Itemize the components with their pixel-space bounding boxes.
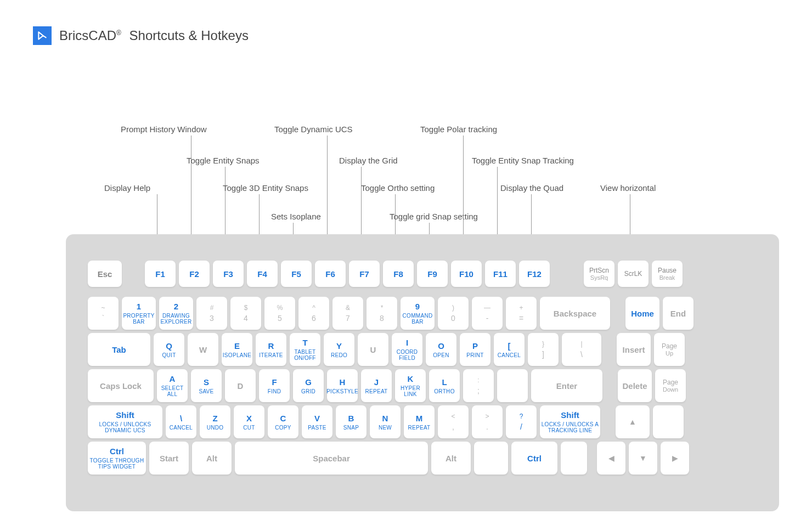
key-k3[interactable]: #3 xyxy=(196,297,227,330)
key-e[interactable]: EISOPLANE xyxy=(222,333,252,366)
key-s[interactable]: SSAVE xyxy=(191,369,222,402)
key-f[interactable]: FFIND xyxy=(259,369,290,402)
key-c[interactable]: CCOPY xyxy=(268,405,298,438)
key-rbracket[interactable]: }] xyxy=(528,333,559,366)
key-lctrl[interactable]: CtrlTOGGLE THROUGH TIPS WIDGET xyxy=(88,442,146,475)
callouts-layer: Display Help Prompt History Window Toggl… xyxy=(33,56,779,234)
callout-f2: Prompt History Window xyxy=(121,125,207,134)
key-f12[interactable]: F12 xyxy=(519,261,550,287)
key-semicolon[interactable]: :; xyxy=(463,369,494,402)
key-l[interactable]: LORTHO xyxy=(429,369,460,402)
key-u[interactable]: U xyxy=(358,333,388,366)
key-r[interactable]: RITERATE xyxy=(256,333,286,366)
key-blank1 xyxy=(653,405,684,438)
key-comma[interactable]: <, xyxy=(438,405,469,438)
key-f8[interactable]: F8 xyxy=(383,261,414,287)
key-o[interactable]: OOPEN xyxy=(426,333,456,366)
arrow-icon: ▼ xyxy=(639,454,647,462)
key-g[interactable]: GGRID xyxy=(293,369,324,402)
key-delete[interactable]: Delete xyxy=(618,369,652,402)
key-f3[interactable]: F3 xyxy=(213,261,244,287)
key-insert[interactable]: Insert xyxy=(617,333,651,366)
key-backslash[interactable]: |\ xyxy=(562,333,601,366)
key-w[interactable]: W xyxy=(188,333,218,366)
key-k[interactable]: KHYPER LINK xyxy=(395,369,426,402)
key-t[interactable]: TTABLET ON/OFF xyxy=(290,333,320,366)
key-v[interactable]: VPASTE xyxy=(302,405,332,438)
key-d[interactable]: D xyxy=(225,369,256,402)
key-f6[interactable]: F6 xyxy=(315,261,346,287)
key-f2[interactable]: F2 xyxy=(179,261,210,287)
key-pgup[interactable]: PageUp xyxy=(654,333,685,366)
key-menu[interactable] xyxy=(474,442,508,475)
key-ralt[interactable]: Alt xyxy=(431,442,471,475)
key-k5[interactable]: %5 xyxy=(264,297,295,330)
key-k6[interactable]: ^6 xyxy=(298,297,329,330)
callout-f7: Display the Grid xyxy=(339,156,398,165)
key-pgdn[interactable]: PageDown xyxy=(655,369,686,402)
key-j[interactable]: JREPEAT xyxy=(361,369,392,402)
brand-name: BricsCAD xyxy=(59,28,116,43)
key-down[interactable]: ▼ xyxy=(629,442,657,475)
key-z[interactable]: ZUNDO xyxy=(200,405,230,438)
key-i[interactable]: ICOORD FIELD xyxy=(392,333,422,366)
key-k8[interactable]: *8 xyxy=(366,297,397,330)
key-lshift[interactable]: ShiftLOCKS / UNLOCKS DYNAMIC UCS xyxy=(88,405,162,438)
key-left[interactable]: ◀ xyxy=(597,442,625,475)
key-f5[interactable]: F5 xyxy=(281,261,312,287)
key-y[interactable]: YREDO xyxy=(324,333,354,366)
key-f10[interactable]: F10 xyxy=(451,261,482,287)
key-space[interactable]: Spacebar xyxy=(235,442,428,475)
key-enter[interactable]: Enter xyxy=(531,369,602,402)
key-m[interactable]: MREPEAT xyxy=(404,405,435,438)
key-slash[interactable]: ?/ xyxy=(506,405,537,438)
key-blank2 xyxy=(561,442,587,475)
key-tab[interactable]: Tab xyxy=(88,333,150,366)
key-tilde[interactable]: ~` xyxy=(88,297,119,330)
key-k4[interactable]: $4 xyxy=(230,297,261,330)
key-lalt[interactable]: Alt xyxy=(192,442,232,475)
key-minus[interactable]: —- xyxy=(472,297,503,330)
key-lbracket[interactable]: [CANCEL xyxy=(494,333,525,366)
callout-f3: Toggle Entity Snaps xyxy=(187,156,260,165)
key-f1[interactable]: F1 xyxy=(145,261,176,287)
key-end[interactable]: End xyxy=(663,297,693,330)
key-f7[interactable]: F7 xyxy=(349,261,380,287)
key-right[interactable]: ▶ xyxy=(661,442,689,475)
key-k1[interactable]: 1PROPERTY BAR xyxy=(122,297,156,330)
key-f11[interactable]: F11 xyxy=(485,261,516,287)
key-k9[interactable]: 9COMMAND BAR xyxy=(401,297,435,330)
key-q[interactable]: QQUIT xyxy=(154,333,184,366)
key-h[interactable]: HPICKSTYLE xyxy=(327,369,358,402)
key-k7[interactable]: &7 xyxy=(332,297,363,330)
callout-f4: Toggle 3D Entity Snaps xyxy=(223,183,308,193)
callout-f12: Display the Quad xyxy=(500,183,563,193)
key-esc[interactable]: Esc xyxy=(88,261,122,287)
key-equals[interactable]: += xyxy=(506,297,537,330)
key-prtscn[interactable]: PrtScnSysRq xyxy=(584,261,614,287)
key-pause[interactable]: PauseBreak xyxy=(652,261,683,287)
key-home[interactable]: Home xyxy=(625,297,659,330)
key-backspace[interactable]: Backspace xyxy=(540,297,610,330)
callout-f10: Toggle Polar tracking xyxy=(420,125,497,134)
key-rctrl[interactable]: Ctrl xyxy=(511,442,557,475)
key-rshift[interactable]: ShiftLOCKS / UNLOCKS A TRACKING LINE xyxy=(540,405,600,438)
key-p[interactable]: PPRINT xyxy=(460,333,490,366)
key-k0[interactable]: )0 xyxy=(438,297,469,330)
key-x[interactable]: XCUT xyxy=(234,405,264,438)
key-quote[interactable] xyxy=(497,369,528,402)
key-start[interactable]: Start xyxy=(149,442,189,475)
key-n[interactable]: NNEW xyxy=(370,405,401,438)
key-b[interactable]: BSNAP xyxy=(336,405,366,438)
key-k2[interactable]: 2DRAWING EXPLORER xyxy=(159,297,193,330)
key-scrlk[interactable]: ScrLK xyxy=(618,261,649,287)
key-f9[interactable]: F9 xyxy=(417,261,448,287)
key-f4[interactable]: F4 xyxy=(247,261,278,287)
callout-f11: Toggle Entity Snap Tracking xyxy=(472,156,574,165)
brand-logo-icon xyxy=(33,26,52,45)
key-bslash[interactable]: \CANCEL xyxy=(166,405,196,438)
key-caps[interactable]: Caps Lock xyxy=(88,369,154,402)
key-up[interactable]: ▲ xyxy=(616,405,650,438)
key-period[interactable]: >. xyxy=(472,405,503,438)
key-a[interactable]: ASELECT ALL xyxy=(157,369,188,402)
